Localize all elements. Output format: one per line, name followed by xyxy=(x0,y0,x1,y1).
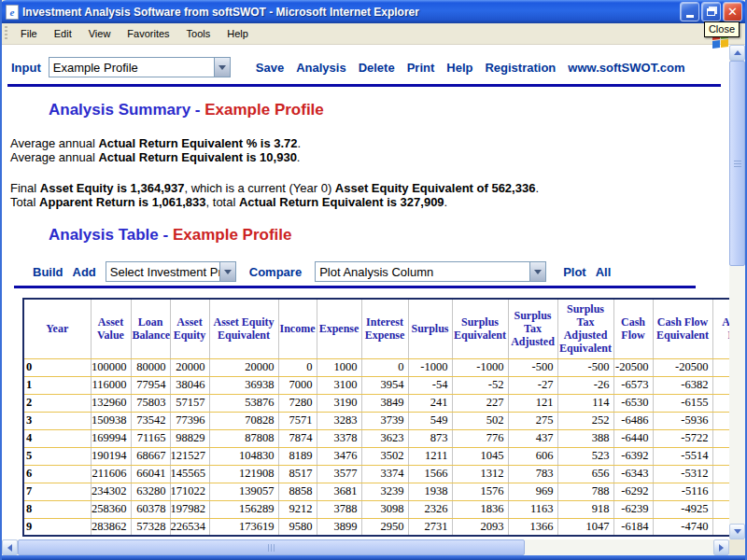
summary-line: Average annual Actual Return Equivalent … xyxy=(10,136,729,150)
cell: 87808 xyxy=(209,429,278,447)
cell: 77954 xyxy=(131,376,170,394)
cell: 9212 xyxy=(278,500,317,518)
cell: -6486 xyxy=(613,412,653,429)
cell: -5722 xyxy=(653,429,712,447)
table-header-row: YearAsset ValueLoan BalanceAsset EquityA… xyxy=(23,299,729,358)
cell: 121 xyxy=(508,394,557,412)
cell: 1163 xyxy=(508,500,557,518)
cell: 3239 xyxy=(361,483,408,500)
cell: 7280 xyxy=(278,394,317,412)
cell: 1566 xyxy=(408,465,452,483)
toolbar-link-delete[interactable]: Delete xyxy=(359,61,395,75)
cell: 3577 xyxy=(317,465,361,483)
title-bar[interactable]: e Investment Analysis Software from soft… xyxy=(0,0,747,23)
cell: 68667 xyxy=(131,447,170,465)
plot-link[interactable]: Plot xyxy=(563,265,586,279)
cell: -500 xyxy=(508,358,557,376)
table-row: 9283862573282265341736199580389929502731… xyxy=(23,518,729,536)
investment-profile-select[interactable]: Select Investment Profile xyxy=(106,261,236,282)
vertical-scrollbar-thumb[interactable] xyxy=(729,61,745,266)
analysis-table: YearAsset ValueLoan BalanceAsset EquityA… xyxy=(22,298,729,537)
cell xyxy=(712,518,729,536)
cell: 2950 xyxy=(361,518,408,536)
horizontal-scrollbar[interactable] xyxy=(2,539,729,555)
divider xyxy=(7,84,721,87)
menu-item-favorites[interactable]: Favorites xyxy=(119,24,177,43)
restore-button[interactable] xyxy=(701,2,721,21)
cell: 73542 xyxy=(131,412,170,429)
text-run: . xyxy=(297,150,301,164)
profile-select[interactable]: Example Profile xyxy=(49,57,231,77)
scroll-right-button[interactable] xyxy=(713,539,729,555)
toolbar-link-help[interactable]: Help xyxy=(446,61,472,75)
cell: 3788 xyxy=(317,500,361,518)
add-link[interactable]: Add xyxy=(73,265,96,279)
table-row: 6211606660411455651219088517357733741566… xyxy=(23,465,729,483)
vertical-scrollbar[interactable] xyxy=(729,45,745,539)
cell: -4740 xyxy=(653,518,712,536)
menu-item-view[interactable]: View xyxy=(80,24,120,43)
menu-item-tools[interactable]: Tools xyxy=(178,24,219,43)
cell: 3954 xyxy=(361,376,408,394)
year-cell: 0 xyxy=(23,358,91,376)
toolbar-link-print[interactable]: Print xyxy=(407,61,435,75)
close-icon: ✕ xyxy=(727,6,738,18)
year-cell: 4 xyxy=(23,429,91,447)
cell: 7874 xyxy=(278,429,317,447)
arrow-left-icon xyxy=(7,544,12,552)
arrow-right-icon xyxy=(719,544,724,552)
scroll-up-button[interactable] xyxy=(729,45,745,61)
cell: 53876 xyxy=(209,394,278,412)
cell: -26 xyxy=(557,376,613,394)
all-link[interactable]: All xyxy=(596,265,612,279)
cell: 8517 xyxy=(278,465,317,483)
cell: 190194 xyxy=(91,447,131,465)
horizontal-scrollbar-thumb[interactable] xyxy=(18,539,525,555)
scroll-left-button[interactable] xyxy=(2,539,18,555)
col-header-year: Year xyxy=(23,299,91,358)
plot-column-select[interactable]: Plot Analysis Column xyxy=(315,261,546,282)
toolbar-grip[interactable] xyxy=(5,26,7,41)
chevron-down-icon xyxy=(529,262,545,281)
scroll-down-button[interactable] xyxy=(729,524,745,539)
cell: 8858 xyxy=(278,483,317,500)
cell: 8189 xyxy=(278,447,317,465)
restore-icon xyxy=(707,8,715,16)
menu-item-edit[interactable]: Edit xyxy=(46,24,80,43)
cell: 234302 xyxy=(91,483,131,500)
menu-item-file[interactable]: File xyxy=(12,24,46,43)
cell: 252 xyxy=(557,412,613,429)
cell: 1045 xyxy=(452,447,508,465)
cell: 656 xyxy=(557,465,613,483)
toolbar-link-save[interactable]: Save xyxy=(256,61,284,75)
cell: 60378 xyxy=(131,500,170,518)
minimize-button[interactable] xyxy=(680,2,699,21)
toolbar-link-analysis[interactable]: Analysis xyxy=(296,61,345,75)
cell: 114 xyxy=(557,394,613,412)
menu-item-help[interactable]: Help xyxy=(218,24,257,43)
compare-link[interactable]: Compare xyxy=(249,265,302,279)
cell: 388 xyxy=(557,429,613,447)
cell: 241 xyxy=(408,394,452,412)
build-link[interactable]: Build xyxy=(33,265,63,279)
cell: 0 xyxy=(278,358,317,376)
cell: 7571 xyxy=(278,412,317,429)
cell: 2731 xyxy=(408,518,452,536)
heading-profile: Example Profile xyxy=(204,101,324,119)
text-run: Apparent Return is 1,061,833 xyxy=(39,195,205,209)
text-run: Asset Equity Equivalent of 562,336 xyxy=(335,181,536,195)
year-cell: 1 xyxy=(23,376,91,394)
toolbar-link-www-softswot-com[interactable]: www.softSWOT.com xyxy=(568,61,684,75)
thumb-grip xyxy=(268,544,275,552)
year-cell: 5 xyxy=(23,447,91,465)
cell: 1047 xyxy=(557,518,613,536)
input-link[interactable]: Input xyxy=(11,61,41,75)
toolbar-link-registration[interactable]: Registration xyxy=(485,61,556,75)
table-row: 5190194686671215271048308189347635021211… xyxy=(23,447,729,465)
col-header-income: Income xyxy=(278,299,317,358)
cell: 258360 xyxy=(91,500,131,518)
close-button[interactable]: ✕ xyxy=(723,2,742,21)
cell: 2093 xyxy=(452,518,508,536)
cell: 63280 xyxy=(131,483,170,500)
minimize-icon xyxy=(686,15,694,18)
